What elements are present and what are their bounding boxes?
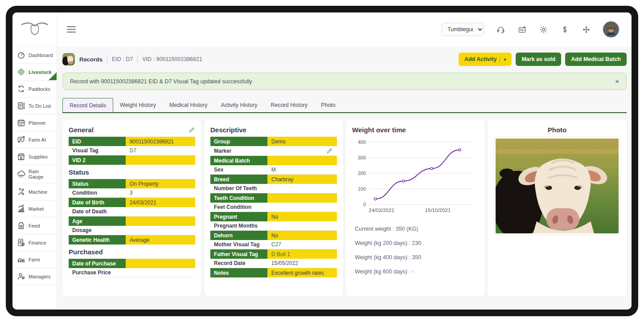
field-value — [267, 193, 337, 203]
table-row: Breed Charbray — [210, 175, 337, 184]
field-label: Age — [69, 216, 126, 226]
chevron-down-icon: ▾ — [500, 57, 506, 62]
mark-as-sold-button[interactable]: Mark as sold — [516, 53, 561, 66]
record-link[interactable]: C27 — [267, 240, 337, 249]
sidebar-item-label: Paddocks — [29, 86, 50, 92]
sidebar-nav: Dashboard Livestock Paddocks To Do List … — [12, 46, 57, 285]
weight-chart-title: Weight over time — [352, 126, 479, 134]
tab-medical-history[interactable]: Medical History — [163, 98, 214, 112]
field-label: Medical Batch — [210, 156, 267, 165]
table-row: Pregnant Months — [210, 221, 337, 231]
tab-weight-history[interactable]: Weight History — [113, 98, 163, 112]
table-row: Genetic Health Average — [69, 235, 195, 245]
record-header: Records EID : D7 VID : 900115002386821 A… — [62, 53, 627, 66]
table-row: Visual Tag D7 — [69, 146, 195, 155]
farm-selector-dropdown[interactable]: Tumblegum — [442, 23, 484, 36]
sidebar-item-planner[interactable]: Planner — [12, 114, 57, 131]
sidebar-item-label: To Do List — [29, 103, 51, 109]
field-label: Teeth Condition — [210, 193, 267, 203]
managers-person-icon — [16, 272, 26, 281]
tab-record-history[interactable]: Record History — [264, 98, 314, 112]
sidebar-item-finance[interactable]: Finance — [12, 234, 57, 251]
sidebar-item-farm-ai[interactable]: Farm AI — [12, 131, 57, 148]
edit-pencil-icon[interactable] — [189, 126, 195, 133]
table-row: Date of Purchase — [69, 259, 195, 268]
table-row: Status On Property — [69, 179, 195, 188]
record-thumbnail-cow-image — [62, 53, 75, 65]
record-link[interactable]: D7 — [126, 146, 195, 155]
table-row: Teeth Condition — [210, 193, 337, 203]
market-chart-icon — [16, 204, 26, 213]
move-arrows-icon[interactable] — [582, 25, 591, 34]
sidebar-item-feed[interactable]: Feed — [12, 217, 57, 234]
field-label: Breed — [210, 175, 267, 184]
field-value — [126, 268, 195, 277]
close-icon[interactable]: × — [615, 78, 619, 85]
sidebar-item-to-do-list[interactable]: To Do List — [12, 98, 57, 114]
field-value: Excellent growth rates — [267, 268, 337, 277]
weight-stat: Weight (kg 200 days) : 230 — [355, 240, 479, 246]
add-activity-button[interactable]: Add Activity▾ — [459, 53, 512, 66]
tab-activity-history[interactable]: Activity History — [214, 98, 264, 112]
edit-pencil-icon[interactable] — [326, 147, 333, 154]
hamburger-menu-icon[interactable] — [67, 26, 76, 33]
table-row: Mother Visual Tag C27 — [210, 240, 337, 249]
support-headset-icon[interactable] — [496, 25, 505, 34]
svg-text:400: 400 — [358, 139, 366, 145]
sidebar-item-farm[interactable]: Farm — [12, 251, 57, 268]
topbar: Tumblegum — [57, 12, 632, 46]
card-weight-over-time: Weight over time 010020030040024/03/2021… — [346, 120, 485, 297]
tab-photo[interactable]: Photo — [314, 98, 342, 112]
sidebar-item-rain-gauge[interactable]: Rain Gauge — [12, 165, 57, 183]
farm-fence-icon — [16, 255, 26, 264]
sidebar-item-livestock[interactable]: Livestock — [12, 64, 57, 81]
sidebar-item-label: Farm AI — [29, 137, 46, 143]
sidebar-item-managers[interactable]: Managers — [12, 268, 57, 285]
sidebar-item-supplies[interactable]: Supplies — [12, 148, 57, 165]
sidebar-item-market[interactable]: Market — [12, 200, 57, 217]
field-value: Charbray — [267, 175, 337, 184]
field-value — [267, 203, 337, 212]
add-medical-batch-button[interactable]: Add Medical Batch — [565, 53, 627, 66]
sidebar-item-paddocks[interactable]: Paddocks — [12, 81, 57, 98]
record-link[interactable]: D Bull 1 — [267, 249, 337, 259]
field-label: Purchase Price — [69, 268, 126, 277]
field-value: Average — [126, 235, 195, 245]
section-title-purchased: Purchased — [69, 248, 195, 256]
tab-bar: Record DetailsWeight HistoryMedical Hist… — [62, 98, 627, 113]
settings-gear-icon[interactable] — [539, 25, 548, 34]
table-row: Medical Batch — [210, 156, 337, 165]
record-eid: EID : D7 — [112, 56, 133, 62]
news-card-icon[interactable] — [517, 25, 527, 34]
sidebar-item-machine[interactable]: Machine — [12, 183, 57, 200]
field-value — [267, 146, 337, 155]
sidebar-item-label: Livestock — [29, 69, 52, 75]
finance-doc-icon — [16, 238, 26, 247]
field-label: Number Of Teeth — [210, 184, 267, 193]
field-label: EID — [69, 137, 126, 146]
field-label: Mother Visual Tag — [210, 240, 267, 249]
sidebar-item-dashboard[interactable]: Dashboard — [12, 46, 57, 64]
svg-text:0: 0 — [363, 202, 366, 207]
field-value: M — [267, 165, 337, 174]
weight-stat: Current weight : 350 (KG) — [355, 226, 479, 232]
table-row: Dehorn No — [210, 231, 337, 240]
sidebar-item-label: Market — [29, 206, 44, 212]
tab-record-details[interactable]: Record Details — [62, 98, 113, 112]
supplies-store-icon — [16, 152, 26, 161]
photo-title: Photo — [494, 126, 620, 134]
brand-logo-bull-icon[interactable] — [12, 12, 57, 46]
livestock-cow-icon — [16, 67, 26, 77]
field-value: 3 — [126, 188, 195, 197]
section-title-descriptive: Descriptive — [210, 126, 337, 134]
detail-table-purchased: Date of Purchase Purchase Price — [69, 259, 195, 277]
user-avatar[interactable] — [603, 21, 619, 37]
dashboard-gauge-icon — [16, 50, 26, 60]
todo-list-icon — [16, 101, 26, 110]
field-label: Visual Tag — [69, 146, 126, 155]
field-label: Father Visual Tag — [210, 249, 267, 259]
field-label: Genetic Health — [69, 235, 126, 245]
window-frame: Dashboard Livestock Paddocks To Do List … — [6, 6, 638, 316]
field-value — [126, 259, 195, 268]
currency-dollar-icon[interactable] — [560, 25, 570, 34]
